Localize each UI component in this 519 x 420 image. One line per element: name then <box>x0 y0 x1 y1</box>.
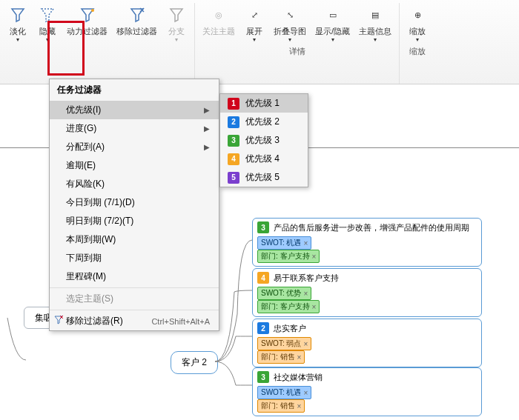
showhide-button[interactable]: ▭ 显示/隐藏▾ <box>311 3 354 44</box>
priority-submenu: 1优先级 12优先级 23优先级 34优先级 45优先级 5 <box>219 93 308 187</box>
zoom-icon: ⊕ <box>409 6 426 24</box>
funnel-x-small-icon <box>53 315 65 327</box>
customer-node[interactable]: 客户 2 <box>171 351 218 374</box>
priority-item[interactable]: 4优先级 4 <box>220 150 308 168</box>
tag[interactable]: 部门: 客户支持× <box>257 250 320 263</box>
card-title: 社交媒体营销 <box>274 372 323 383</box>
funnel-dotted-icon <box>39 6 56 24</box>
tag[interactable]: SWOT: 机遇× <box>257 386 311 399</box>
menu-item[interactable]: 明日到期 (7/2)(T) <box>50 212 219 230</box>
collapse-icon: ⤡ <box>281 6 299 24</box>
collapse-map-button[interactable]: ⤡ 折叠导图▾ <box>269 3 311 44</box>
mindmap-card[interactable]: 2忠实客户SWOT: 弱点×部门: 销售× <box>252 319 482 367</box>
expand-button[interactable]: ⤢ 展开▾ <box>239 3 269 44</box>
showhide-icon: ▭ <box>324 6 342 24</box>
tag[interactable]: 部门: 销售× <box>257 350 305 364</box>
ribbon-toolbar: 淡化▾ 隐藏▾ 动力过滤器 移除过滤器 分支▾ ◎ 关注主题 <box>0 0 519 84</box>
focus-icon: ◎ <box>210 6 228 24</box>
menu-item[interactable]: 今日到期 (7/1)(D) <box>50 193 219 212</box>
priority-item[interactable]: 5优先级 5 <box>220 168 308 187</box>
tag[interactable]: 部门: 销售× <box>257 399 305 413</box>
menu-item[interactable]: 逾期(E) <box>50 156 219 175</box>
priority-item[interactable]: 3优先级 3 <box>220 131 308 150</box>
focus-topic-button: ◎ 关注主题 <box>198 3 239 44</box>
menu-header: 任务过滤器 <box>50 79 219 101</box>
menu-item[interactable]: 分配到(A)▶ <box>50 138 219 156</box>
info-icon: ▤ <box>366 6 384 24</box>
funnel-x-icon <box>128 6 146 24</box>
tag[interactable]: 部门: 客户支持× <box>257 300 320 313</box>
menu-item[interactable]: 里程碑(M) <box>50 267 219 286</box>
menu-item[interactable]: 进度(G)▶ <box>50 119 219 138</box>
mindmap-card[interactable]: 4易于联系客户支持SWOT: 优势×部门: 客户支持× <box>252 268 482 317</box>
group-detail-label: 详情 <box>289 46 305 57</box>
expand-icon: ⤢ <box>245 6 263 24</box>
card-title: 产品的售后服务进一步改善，增强产品配件的使用周期 <box>274 222 469 233</box>
menu-item[interactable]: 优先级(I)▶ <box>50 101 219 119</box>
tag[interactable]: SWOT: 优势× <box>257 287 311 300</box>
mindmap-card[interactable]: 3社交媒体营销SWOT: 机遇×部门: 销售× <box>252 367 482 416</box>
menu-remove-filter[interactable]: 移除过滤器(R) Ctrl+Shift+Alt+A <box>50 310 219 330</box>
remove-filter-button[interactable]: 移除过滤器 <box>112 3 162 44</box>
menu-item[interactable]: 本周到期(W) <box>50 230 219 249</box>
svg-point-0 <box>91 9 94 12</box>
tag[interactable]: SWOT: 机遇× <box>257 236 311 250</box>
funnel-icon <box>9 6 27 24</box>
fade-button[interactable]: 淡化▾ <box>3 3 33 44</box>
hide-button[interactable]: 隐藏▾ <box>33 3 62 44</box>
group-zoom-label: 缩放 <box>409 46 426 57</box>
priority-item[interactable]: 1优先级 1 <box>220 94 308 113</box>
task-filter-menu: 任务过滤器 优先级(I)▶进度(G)▶分配到(A)▶逾期(E)有风险(K)今日到… <box>49 79 219 331</box>
priority-item[interactable]: 2优先级 2 <box>220 113 308 131</box>
funnel-star-icon <box>79 6 96 24</box>
zoom-button[interactable]: ⊕ 缩放▾ <box>403 3 432 44</box>
power-filter-button[interactable]: 动力过滤器 <box>62 3 112 44</box>
branch-button: 分支▾ <box>162 3 191 44</box>
menu-selected-topic: 选定主题(S) <box>50 287 219 308</box>
card-title: 易于联系客户支持 <box>274 273 339 284</box>
funnel-gray-icon <box>168 6 185 24</box>
menu-item[interactable]: 有风险(K) <box>50 175 219 193</box>
card-title: 忠实客户 <box>274 323 306 334</box>
tag[interactable]: SWOT: 弱点× <box>257 337 311 350</box>
menu-item[interactable]: 下周到期 <box>50 249 219 267</box>
topic-info-button[interactable]: ▤ 主题信息▾ <box>354 3 396 44</box>
mindmap-card[interactable]: 3产品的售后服务进一步改善，增强产品配件的使用周期SWOT: 机遇×部门: 客户… <box>252 218 482 267</box>
